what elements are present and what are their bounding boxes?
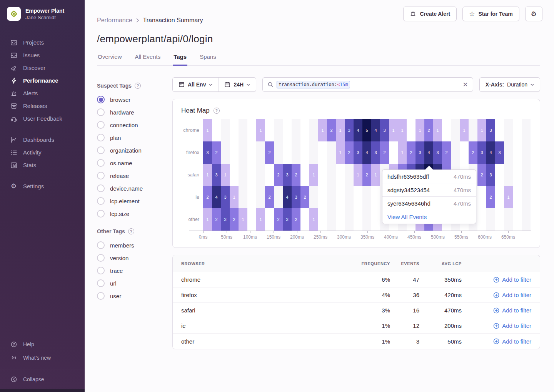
radio-button[interactable] [97, 241, 105, 249]
heatmap-cell[interactable] [239, 119, 247, 141]
heatmap-cell[interactable] [274, 119, 283, 141]
heatmap-cell[interactable] [522, 208, 531, 231]
sidebar-item-settings[interactable]: ⚙Settings [0, 180, 85, 193]
heatmap-cell[interactable] [221, 119, 230, 141]
heatmap-cell[interactable] [300, 119, 309, 141]
heatmap-cell[interactable]: 2 [212, 141, 221, 164]
sidebar-item-performance[interactable]: Performance [0, 74, 85, 87]
heatmap-cell[interactable]: 4 [354, 119, 362, 141]
heatmap-cell[interactable]: 2 [469, 141, 477, 164]
heatmap-cell[interactable] [318, 208, 327, 231]
heatmap-cell[interactable] [327, 141, 336, 164]
tag-radio-url[interactable]: url [97, 279, 172, 287]
heatmap-cell[interactable] [274, 186, 283, 208]
create-alert-button[interactable]: Create Alert [403, 7, 457, 21]
heatmap-cell[interactable]: 2 [477, 164, 486, 186]
heatmap-cell[interactable] [345, 208, 354, 231]
heatmap-cell[interactable]: 1 [336, 141, 345, 164]
heatmap-cell[interactable]: 1 [221, 164, 230, 186]
heatmap-cell[interactable]: 2 [327, 119, 336, 141]
heatmap-cell[interactable] [239, 186, 247, 208]
help-icon[interactable]: ? [128, 228, 134, 234]
heatmap-cell[interactable] [460, 141, 469, 164]
heatmap-cell[interactable]: 3 [380, 119, 389, 141]
add-to-filter-link[interactable]: Add to filter [462, 322, 531, 329]
heatmap-cell[interactable] [354, 186, 362, 208]
breadcrumb-performance[interactable]: Performance [97, 17, 132, 24]
heatmap-cell[interactable] [239, 141, 247, 164]
heatmap-cell[interactable]: 1 [389, 119, 398, 141]
heatmap-cell[interactable] [230, 164, 239, 186]
heatmap-cell[interactable] [265, 164, 274, 186]
tab-spans[interactable]: Spans [199, 53, 217, 65]
heatmap-cell[interactable] [477, 208, 486, 231]
heatmap-cell[interactable] [309, 119, 318, 141]
heatmap-cell[interactable]: 2 [300, 186, 309, 208]
heatmap-cell[interactable] [318, 164, 327, 186]
sidebar-item-issues[interactable]: Issues [0, 49, 85, 61]
heatmap-cell[interactable]: 3 [221, 186, 230, 208]
sidebar-item-releases[interactable]: Releases [0, 100, 85, 112]
heatmap-cell[interactable] [300, 141, 309, 164]
add-to-filter-link[interactable]: Add to filter [462, 338, 531, 345]
heatmap-cell[interactable] [371, 208, 380, 231]
radio-button[interactable] [97, 96, 105, 103]
radio-button[interactable] [97, 197, 105, 205]
heatmap-cell[interactable]: 1 [318, 119, 327, 141]
radio-button[interactable] [97, 184, 105, 192]
heatmap-cell[interactable]: 3 [486, 164, 495, 186]
heatmap-cell[interactable]: 1 [416, 119, 424, 141]
heatmap-cell[interactable] [336, 164, 345, 186]
heatmap-cell[interactable] [239, 164, 247, 186]
heatmap-cell[interactable] [362, 208, 371, 231]
sidebar-item-stats[interactable]: Stats [0, 159, 85, 171]
heatmap-cell[interactable]: 4 [371, 119, 380, 141]
heatmap-cell[interactable] [247, 119, 256, 141]
xaxis-selector[interactable]: X-Axis: Duration [479, 77, 540, 92]
tab-all-events[interactable]: All Events [134, 53, 162, 65]
tag-radio-lcp-element[interactable]: lcp.element [97, 197, 172, 205]
heatmap-cell[interactable] [486, 208, 495, 231]
heatmap-cell[interactable] [495, 208, 504, 231]
radio-button[interactable] [97, 172, 105, 179]
heatmap-cell[interactable] [327, 208, 336, 231]
sidebar-item-activity[interactable]: Activity [0, 146, 85, 159]
tag-radio-connection[interactable]: connection [97, 121, 172, 129]
heatmap-cell[interactable] [230, 141, 239, 164]
heatmap-cell[interactable]: 1 [239, 208, 247, 231]
heatmap-cell[interactable] [389, 141, 398, 164]
heatmap-cell[interactable] [371, 186, 380, 208]
heatmap-cell[interactable]: 3 [212, 164, 221, 186]
heatmap-cell[interactable]: 3 [354, 141, 362, 164]
sidebar-item-dashboards[interactable]: Dashboards [0, 133, 85, 146]
heatmap-cell[interactable]: 1 [309, 164, 318, 186]
heatmap-cell[interactable] [407, 119, 416, 141]
heatmap-cell[interactable] [513, 141, 522, 164]
heatmap-cell[interactable] [309, 141, 318, 164]
tab-overview[interactable]: Overview [97, 53, 123, 65]
heatmap-cell[interactable] [221, 141, 230, 164]
sidebar-item-what-s-new[interactable]: What’s new [0, 351, 85, 364]
radio-button[interactable] [97, 146, 105, 154]
heatmap-cell[interactable] [354, 208, 362, 231]
add-to-filter-link[interactable]: Add to filter [462, 292, 531, 298]
heatmap-cell[interactable] [256, 186, 265, 208]
environment-selector[interactable]: All Env [173, 78, 218, 91]
heatmap-cell[interactable] [327, 186, 336, 208]
settings-gear-button[interactable]: ⚙ [525, 7, 542, 21]
heatmap-cell[interactable]: 2 [292, 164, 300, 186]
radio-button[interactable] [97, 159, 105, 167]
heatmap-cell[interactable]: 1 [354, 164, 362, 186]
clear-search-icon[interactable]: ✕ [463, 81, 468, 88]
heatmap-cell[interactable] [513, 164, 522, 186]
heatmap-cell[interactable] [256, 141, 265, 164]
sidebar-collapse-button[interactable]: Collapse [0, 372, 85, 386]
heatmap-cell[interactable]: 3 [486, 119, 495, 141]
tag-radio-browser[interactable]: browser [97, 96, 172, 103]
heatmap-cell[interactable]: 1 [336, 119, 345, 141]
radio-button[interactable] [97, 267, 105, 274]
heatmap-cell[interactable]: 1 [477, 119, 486, 141]
search-input[interactable]: transaction.duration:<15m ✕ [262, 77, 473, 92]
heatmap-cell[interactable] [300, 208, 309, 231]
heatmap-cell[interactable] [513, 208, 522, 231]
